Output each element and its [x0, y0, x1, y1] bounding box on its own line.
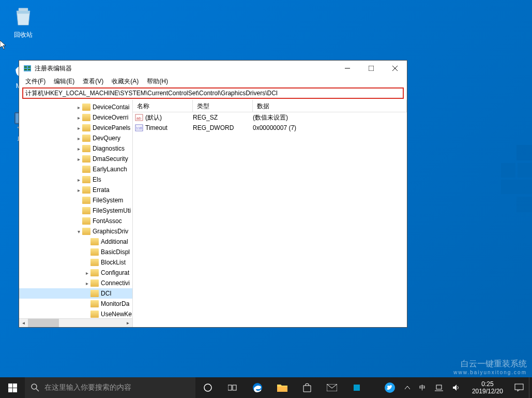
taskbar-explorer[interactable] — [270, 377, 295, 398]
close-button[interactable] — [383, 61, 407, 76]
tree-item-devicecontai[interactable]: ▸DeviceContai — [19, 102, 132, 112]
start-tiles-peek — [501, 145, 532, 217]
tree-item-devicepanels[interactable]: ▸DevicePanels — [19, 123, 132, 133]
tree-item-monitorda[interactable]: MonitorDa — [19, 299, 132, 309]
value-name: Timeout — [145, 124, 193, 131]
tree-scrollbar-horizontal[interactable]: ◄ ► — [19, 318, 132, 327]
tree-chevron-icon[interactable]: ▸ — [83, 281, 90, 286]
tree-item-errata[interactable]: ▸Errata — [19, 185, 132, 195]
tree-item-connectivi[interactable]: ▸Connectivi — [19, 278, 132, 288]
column-data[interactable]: 数据 — [253, 100, 407, 112]
tree-item-blocklist[interactable]: BlockList — [19, 257, 132, 268]
svg-rect-13 — [28, 66, 31, 68]
action-center-button[interactable] — [512, 384, 526, 392]
titlebar[interactable]: 注册表编辑器 — [19, 61, 407, 76]
tree-chevron-icon[interactable]: ▾ — [75, 229, 82, 234]
svg-rect-38 — [436, 385, 442, 389]
tree-label: FileSystem — [93, 197, 123, 204]
address-text: 计算机\HKEY_LOCAL_MACHINE\SYSTEM\CurrentCon… — [25, 89, 278, 98]
column-name[interactable]: 名称 — [133, 100, 193, 112]
tray-volume[interactable] — [450, 384, 463, 391]
tree-item-graphicsdriv[interactable]: ▾GraphicsDriv — [19, 226, 132, 237]
tree-item-basicdispl[interactable]: BasicDispl — [19, 247, 132, 257]
tree-chevron-icon[interactable]: ▸ — [75, 177, 82, 183]
search-box[interactable]: 在这里输入你要搜索的内容 — [25, 377, 195, 398]
task-view-button[interactable] — [220, 377, 245, 398]
tree-label: DeviceContai — [93, 104, 129, 111]
menu-help[interactable]: 帮助(H) — [143, 76, 172, 86]
store-icon — [302, 383, 312, 392]
column-type[interactable]: 类型 — [193, 100, 253, 112]
svg-point-28 — [32, 384, 37, 389]
tree-item-additional[interactable]: Additional — [19, 237, 132, 247]
tree-chevron-icon[interactable]: ▸ — [75, 125, 82, 131]
watermark: 白云一键重装系统 www.baiyunxitong.com — [453, 359, 527, 375]
taskbar-app[interactable] — [344, 377, 369, 398]
menu-view[interactable]: 查看(V) — [79, 76, 108, 86]
tree-item-deviceoverri[interactable]: ▸DeviceOverri — [19, 112, 132, 123]
value-row[interactable]: ab(默认)REG_SZ(数值未设置) — [133, 112, 407, 123]
folder-icon — [82, 135, 90, 142]
tree-item-devquery[interactable]: ▸DevQuery — [19, 133, 132, 143]
tree-chevron-icon[interactable]: ▸ — [75, 187, 82, 193]
taskbar-clock[interactable]: 0:25 2019/12/20 — [468, 380, 507, 395]
tree-item-configurat[interactable]: ▸Configurat — [19, 268, 132, 278]
tree-label: Connectivi — [101, 279, 130, 287]
taskbar-store[interactable] — [295, 377, 320, 398]
maximize-button[interactable] — [359, 61, 383, 76]
svg-line-29 — [36, 389, 39, 391]
svg-rect-25 — [13, 384, 17, 388]
tree-label: DevicePanels — [93, 124, 130, 131]
tree-item-usenewke[interactable]: UseNewKe — [19, 309, 132, 319]
scroll-thumb[interactable] — [28, 319, 59, 327]
tree-chevron-icon[interactable]: ▸ — [75, 156, 82, 162]
tray-ime[interactable]: 中 — [417, 384, 428, 392]
svg-rect-40 — [515, 384, 523, 390]
menu-favorites[interactable]: 收藏夹(A) — [108, 76, 143, 86]
desktop-icon-recycle-bin[interactable]: 回收站 — [5, 5, 41, 39]
tree-item-els[interactable]: ▸Els — [19, 174, 132, 185]
tree-label: FileSystemUti — [93, 207, 131, 214]
value-name: (默认) — [145, 113, 193, 122]
task-view-icon — [228, 384, 237, 391]
taskbar-edge[interactable] — [245, 377, 270, 398]
tree-item-earlylaunch[interactable]: EarlyLaunch — [19, 164, 132, 174]
tree-chevron-icon[interactable]: ▸ — [75, 146, 82, 152]
volume-icon — [452, 384, 461, 391]
show-desktop-button[interactable] — [529, 377, 532, 398]
svg-rect-10 — [516, 197, 532, 212]
tree-item-filesystem[interactable]: FileSystem — [19, 195, 132, 205]
minimize-button[interactable] — [336, 61, 359, 76]
tray-network[interactable] — [433, 384, 445, 391]
tree-item-filesystemuti[interactable]: FileSystemUti — [19, 205, 132, 216]
menubar: 文件(F) 编辑(E) 查看(V) 收藏夹(A) 帮助(H) — [19, 76, 407, 86]
tree-item-fontassoc[interactable]: FontAssoc — [19, 216, 132, 226]
address-bar[interactable]: 计算机\HKEY_LOCAL_MACHINE\SYSTEM\CurrentCon… — [22, 87, 404, 99]
tree-chevron-icon[interactable]: ▸ — [75, 115, 82, 121]
tray-chevron-up[interactable] — [403, 386, 412, 389]
tree-item-diagnostics[interactable]: ▸Diagnostics — [19, 143, 132, 154]
scroll-right-button[interactable]: ► — [124, 319, 132, 327]
tree-label: BlockList — [101, 259, 126, 266]
value-data: 0x00000007 (7) — [253, 124, 407, 131]
svg-rect-14 — [24, 69, 27, 70]
tree-item-dci[interactable]: DCI — [19, 288, 132, 299]
tree-chevron-icon[interactable]: ▸ — [75, 136, 82, 141]
tree-chevron-icon[interactable]: ▸ — [75, 105, 82, 110]
svg-rect-15 — [28, 69, 31, 70]
menu-edit[interactable]: 编辑(E) — [50, 76, 79, 86]
cortana-button[interactable] — [195, 377, 220, 398]
tray-twitter[interactable] — [382, 382, 398, 393]
window-title: 注册表编辑器 — [35, 64, 336, 73]
tree-item-dmasecurity[interactable]: ▸DmaSecurity — [19, 154, 132, 164]
value-row[interactable]: 110TimeoutREG_DWORD0x00000007 (7) — [133, 123, 407, 133]
taskbar-mail[interactable] — [320, 377, 344, 398]
folder-icon — [82, 228, 90, 235]
reg-dword-icon: 110 — [135, 124, 143, 132]
tree-chevron-icon[interactable]: ▸ — [83, 270, 90, 276]
menu-file[interactable]: 文件(F) — [21, 76, 50, 86]
svg-rect-12 — [24, 66, 27, 68]
scroll-left-button[interactable]: ◄ — [19, 319, 28, 327]
start-button[interactable] — [0, 377, 25, 398]
folder-icon — [90, 259, 99, 266]
